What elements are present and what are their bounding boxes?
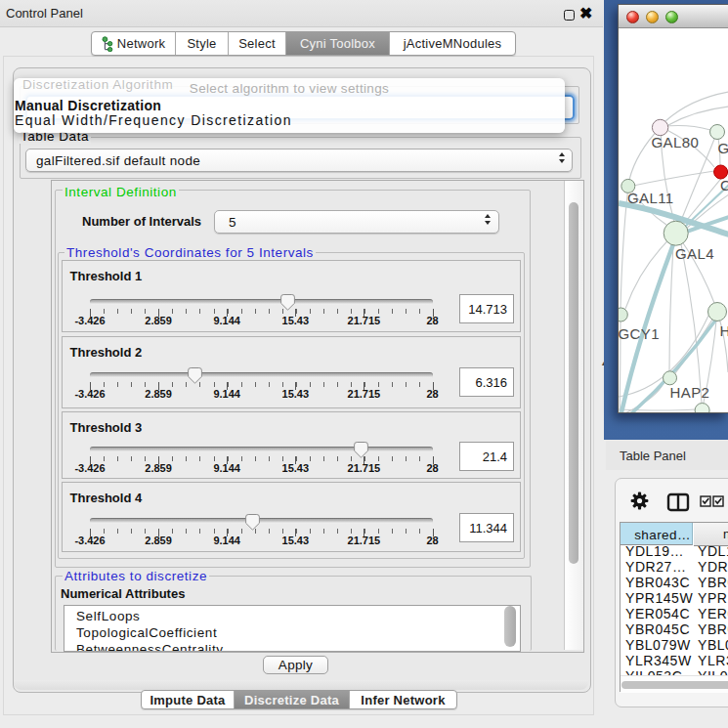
- svg-text:H: H: [719, 322, 728, 339]
- svg-text:GAL80: GAL80: [652, 134, 700, 150]
- svg-text:C: C: [720, 177, 728, 193]
- svg-text:GCY1: GCY1: [619, 325, 660, 342]
- svg-text:HAP2: HAP2: [670, 384, 710, 401]
- svg-text:GAL11: GAL11: [627, 190, 674, 206]
- svg-text:GA: GA: [718, 140, 728, 156]
- svg-text:GAL4: GAL4: [675, 245, 714, 262]
